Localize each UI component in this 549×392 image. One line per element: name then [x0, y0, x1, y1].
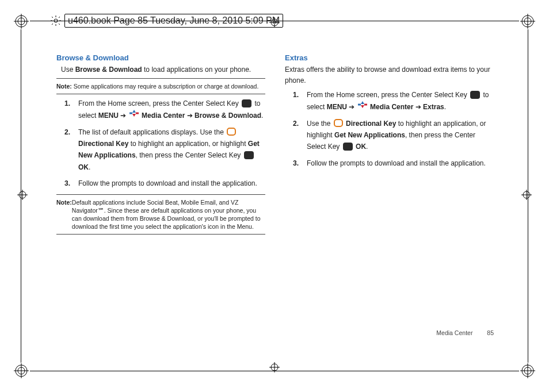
svg-rect-43 — [358, 104, 361, 106]
divider — [56, 194, 265, 195]
page-footer: Media Center 85 — [436, 329, 494, 336]
svg-line-33 — [52, 17, 53, 18]
directional-key-icon — [334, 119, 343, 127]
framemaker-header-tag: u460.book Page 85 Tuesday, June 8, 2010 … — [51, 14, 283, 28]
svg-marker-38 — [132, 114, 136, 117]
sun-icon — [51, 16, 61, 26]
svg-point-28 — [54, 19, 58, 22]
divider — [56, 234, 265, 235]
svg-line-36 — [52, 24, 53, 25]
footer-page-number: 85 — [487, 329, 494, 336]
svg-marker-42 — [361, 105, 364, 108]
media-center-icon — [358, 101, 367, 112]
directional-key-icon — [227, 128, 236, 136]
svg-rect-44 — [364, 104, 367, 106]
media-center-icon — [129, 109, 139, 121]
steps-list: 1. From the Home screen, press the Cente… — [285, 89, 494, 169]
divider — [56, 94, 265, 94]
svg-line-34 — [59, 24, 60, 25]
svg-rect-39 — [129, 113, 132, 114]
crop-hairline — [21, 29, 21, 363]
center-select-key-icon — [343, 143, 353, 151]
right-column: Extras Extras offers the ability to brow… — [285, 49, 494, 238]
reg-mark-icon — [520, 363, 535, 378]
intro-text: Use Browse & Download to load applicatio… — [61, 64, 265, 75]
svg-marker-37 — [132, 110, 136, 113]
page-content: Browse & Download Use Browse & Download … — [56, 49, 494, 359]
step-2: 2. The list of default applications disp… — [56, 126, 265, 174]
section-heading-browse-download: Browse & Download — [56, 53, 265, 62]
crop-hairline — [528, 29, 528, 363]
crop-cross-icon — [521, 190, 532, 202]
center-select-key-icon — [244, 151, 254, 159]
reg-mark-icon — [520, 14, 535, 29]
crop-cross-icon — [269, 362, 280, 375]
intro-text: Extras offers the ability to browse and … — [285, 64, 494, 86]
step-1: 1. From the Home screen, press the Cente… — [56, 98, 265, 121]
step-3: 3. Follow the prompts to download and in… — [56, 178, 265, 189]
svg-line-35 — [59, 17, 60, 18]
reg-mark-icon — [14, 363, 29, 378]
header-tag-text: u460.book Page 85 Tuesday, June 8, 2010 … — [68, 16, 280, 26]
left-column: Browse & Download Use Browse & Download … — [56, 49, 265, 238]
step-1: 1. From the Home screen, press the Cente… — [285, 89, 494, 113]
svg-rect-40 — [136, 113, 139, 114]
center-select-key-icon — [470, 91, 480, 99]
steps-list: 1. From the Home screen, press the Cente… — [56, 98, 265, 189]
crop-hairline — [30, 371, 519, 371]
step-2: 2. Use the Directional Key to highlight … — [285, 118, 494, 153]
section-heading-extras: Extras — [285, 53, 494, 62]
note-default-apps: Note: Default applications include Socia… — [56, 198, 265, 231]
note-subscription: Note: Some applications may require a su… — [56, 82, 265, 90]
divider — [56, 78, 265, 79]
svg-marker-41 — [361, 101, 364, 104]
crop-cross-icon — [17, 190, 28, 202]
step-3: 3. Follow the prompts to download and in… — [285, 157, 494, 169]
footer-section: Media Center — [436, 329, 472, 336]
center-select-key-icon — [242, 99, 251, 107]
reg-mark-icon — [14, 14, 29, 29]
